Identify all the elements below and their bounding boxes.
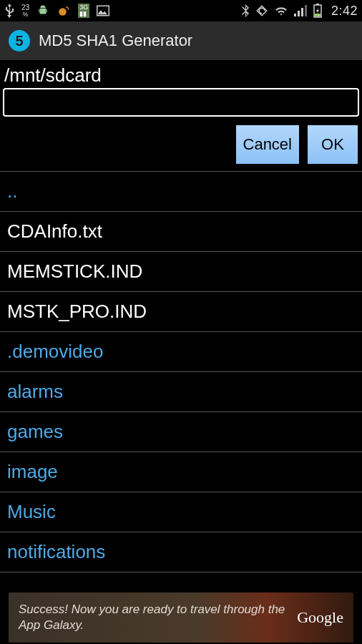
wifi-icon [274,5,288,16]
usb-icon [4,4,14,18]
app-title: MD5 SHA1 Generator [39,31,192,50]
list-item[interactable]: image [0,452,362,492]
svg-rect-8 [315,14,321,16]
status-left: 23 % 3G▮▮ [4,4,109,18]
ad-brand: Google [297,608,343,627]
list-item[interactable]: Music [0,492,362,532]
list-item[interactable]: .demovideo [0,332,362,372]
svg-rect-2 [294,14,296,16]
path-input[interactable] [3,88,359,117]
list-item[interactable]: CDAInfo.txt [0,212,362,252]
weibo-icon [57,4,71,17]
list-item[interactable]: MEMSTICK.IND [0,252,362,292]
svg-rect-3 [298,11,300,16]
battery-icon [313,4,323,18]
list-item[interactable]: alarms [0,372,362,412]
button-row: Cancel OK [0,121,362,171]
cancel-button[interactable]: Cancel [236,125,299,164]
svg-rect-5 [305,5,307,16]
ad-text: Success! Now you are ready to travel thr… [19,602,297,633]
gallery-icon [97,5,109,16]
svg-rect-4 [301,8,303,16]
svg-rect-7 [316,4,319,5]
svg-point-0 [59,8,67,16]
status-right: 2:42 [241,4,358,19]
android-icon [36,4,49,17]
ok-button[interactable]: OK [308,125,358,164]
list-item[interactable]: MSTK_PRO.IND [0,292,362,332]
file-list: ..CDAInfo.txtMEMSTICK.INDMSTK_PRO.IND.de… [0,171,362,572]
bluetooth-icon [241,4,250,17]
list-item[interactable]: games [0,412,362,452]
path-input-wrap [0,88,362,121]
network-3g-icon: 3G▮▮ [78,4,89,18]
list-item[interactable]: notifications [0,532,362,572]
ad-banner[interactable]: Success! Now you are ready to travel thr… [9,592,353,643]
path-label: /mnt/sdcard [0,60,362,88]
rotate-icon [255,4,268,17]
list-item[interactable]: .. [0,172,362,212]
signal-icon [294,5,307,16]
app-icon: 5 [9,30,30,52]
battery-percent: 23 % [21,4,29,18]
app-icon-glyph: 5 [15,33,23,49]
status-time: 2:42 [331,4,358,19]
status-bar: 23 % 3G▮▮ 2:42 [0,0,362,21]
app-bar: 5 MD5 SHA1 Generator [0,21,362,60]
